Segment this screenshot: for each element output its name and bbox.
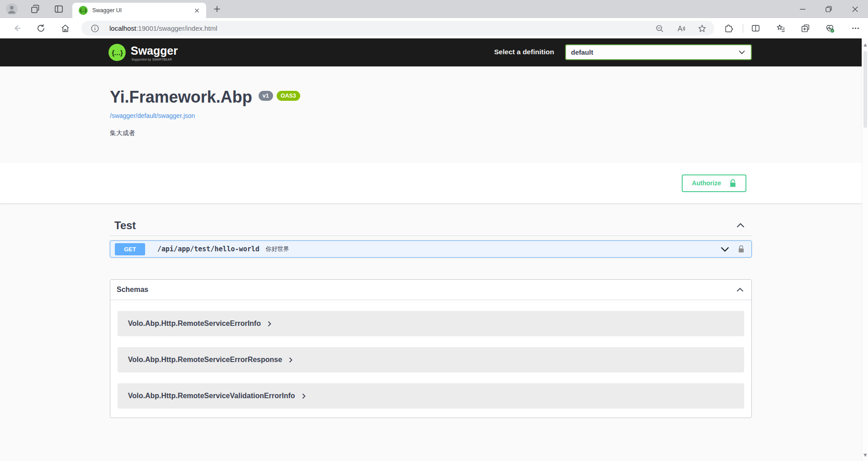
browser-toolbar: localhost:19001/swagger/index.html [0, 18, 868, 38]
url-text[interactable]: localhost:19001/swagger/index.html [109, 24, 655, 32]
swagger-topbar: {…} Swagger Supported by SMARTBEAR Selec… [0, 38, 862, 66]
api-description: 集大成者 [110, 129, 752, 137]
oas3-badge: OAS3 [277, 91, 300, 101]
browser-titlebar: {…} Swagger UI [0, 0, 868, 18]
definition-select-value: default [571, 48, 739, 56]
window-restore-button[interactable] [816, 0, 842, 18]
new-tab-icon[interactable] [212, 5, 222, 14]
swagger-favicon: {…} [79, 6, 88, 15]
operation-unlock-icon[interactable] [738, 245, 745, 253]
api-info-section: Yi.Framework.Abp v1 OAS3 /swagger/defaul… [0, 66, 862, 163]
swagger-logo-text: Swagger [131, 44, 178, 57]
collections-icon[interactable] [801, 24, 810, 33]
zoom-out-icon[interactable] [655, 24, 664, 33]
model-name: Volo.Abp.Http.RemoteServiceErrorInfo [128, 320, 261, 328]
schemas-collapse-chevron-up-icon[interactable] [736, 287, 744, 292]
expand-chevron-down-icon[interactable] [721, 247, 729, 252]
page-viewport: {…} Swagger Supported by SMARTBEAR Selec… [0, 38, 862, 461]
extensions-icon[interactable] [724, 24, 733, 33]
schemas-title: Schemas [117, 286, 148, 294]
opblock-get-hello-world[interactable]: GET /api/app/test/hello-world 你好世界 [110, 240, 752, 258]
favorites-list-icon[interactable] [776, 24, 786, 33]
chevron-right-icon [289, 357, 292, 363]
url-path: :19001/swagger/index.html [136, 24, 217, 32]
authorize-label: Authorize [692, 179, 721, 187]
url-host: localhost [109, 24, 136, 32]
schemas-container: Schemas Volo.Abp.Http.RemoteServiceError… [110, 279, 752, 418]
unlock-icon [729, 179, 736, 188]
model-name: Volo.Abp.Http.RemoteServiceErrorResponse [128, 356, 282, 364]
toolbar-divider [743, 24, 743, 33]
chevron-down-icon [739, 50, 745, 54]
tag-title: Test [114, 219, 136, 232]
operation-summary: 你好世界 [266, 245, 289, 253]
page-scrollbar[interactable] [862, 38, 868, 461]
read-aloud-icon[interactable] [676, 24, 685, 33]
scrollbar-thumb[interactable] [863, 51, 867, 128]
settings-menu-icon[interactable] [851, 24, 860, 33]
tab-title: Swagger UI [92, 7, 193, 14]
select-definition-label: Select a definition [494, 48, 554, 56]
http-method-badge: GET [115, 243, 145, 255]
refresh-icon[interactable] [36, 24, 46, 33]
model-row-remote-service-error-info[interactable]: Volo.Abp.Http.RemoteServiceErrorInfo [118, 311, 744, 336]
definition-select[interactable]: default [565, 44, 752, 60]
favorite-star-icon[interactable] [698, 24, 707, 33]
window-close-button[interactable] [842, 0, 868, 18]
home-icon[interactable] [61, 24, 70, 33]
split-screen-icon[interactable] [751, 24, 760, 33]
tab-actions-icon[interactable] [54, 4, 64, 14]
tab-close-icon[interactable] [193, 7, 201, 14]
authorize-button[interactable]: Authorize [682, 174, 746, 192]
site-info-icon[interactable] [90, 24, 99, 33]
scheme-container: Authorize [0, 163, 862, 203]
model-row-remote-service-validation-error-info[interactable]: Volo.Abp.Http.RemoteServiceValidationErr… [118, 383, 744, 409]
workspaces-icon[interactable] [30, 4, 40, 14]
spec-json-link[interactable]: /swagger/default/swagger.json [110, 112, 195, 119]
chevron-right-icon [268, 321, 271, 327]
address-bar[interactable]: localhost:19001/swagger/index.html [81, 21, 714, 36]
api-title: Yi.Framework.Abp [110, 87, 252, 107]
operations-wrapper: Test GET /api/app/test/hello-world 你好世界 [110, 212, 752, 418]
version-badge: v1 [259, 91, 273, 101]
scrollbar-down-arrow-icon[interactable] [863, 454, 867, 457]
operation-path: /api/app/test/hello-world [157, 245, 259, 253]
browser-essentials-icon[interactable] [825, 24, 835, 33]
model-row-remote-service-error-response[interactable]: Volo.Abp.Http.RemoteServiceErrorResponse [118, 347, 744, 372]
model-name: Volo.Abp.Http.RemoteServiceValidationErr… [128, 392, 295, 400]
swagger-logo-icon: {…} [108, 44, 126, 61]
window-minimize-button[interactable] [789, 0, 816, 18]
browser-tab-swagger-ui[interactable]: {…} Swagger UI [72, 3, 206, 18]
tag-section-test[interactable]: Test [110, 212, 752, 236]
scrollbar-up-arrow-icon[interactable] [863, 43, 867, 47]
collapse-chevron-up-icon[interactable] [736, 223, 745, 228]
chevron-right-icon [302, 393, 306, 399]
back-icon[interactable] [12, 24, 22, 33]
profile-avatar-icon[interactable] [6, 3, 18, 15]
swagger-logo-subtext: Supported by SMARTBEAR [132, 58, 172, 61]
schemas-header[interactable]: Schemas [110, 280, 751, 300]
